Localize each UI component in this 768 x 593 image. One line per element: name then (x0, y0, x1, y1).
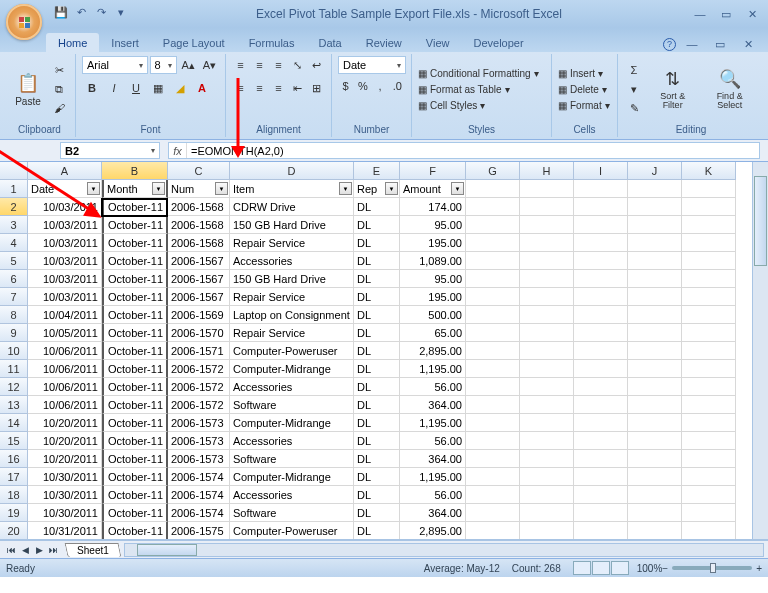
format-cells-button[interactable]: ▦ Format ▾ (558, 100, 610, 111)
scrollbar-thumb[interactable] (754, 176, 767, 266)
row-header[interactable]: 12 (0, 378, 28, 396)
decrease-font-button[interactable]: A▾ (200, 56, 219, 74)
cell[interactable]: 10/03/2011 (28, 270, 102, 288)
cell[interactable]: DL (354, 396, 400, 414)
filter-dropdown-icon[interactable]: ▼ (451, 182, 464, 195)
cell[interactable] (466, 396, 520, 414)
delete-cells-button[interactable]: ▦ Delete ▾ (558, 84, 607, 95)
cell[interactable]: DL (354, 342, 400, 360)
cell[interactable]: 2006-1568 (168, 216, 230, 234)
cell[interactable] (682, 342, 736, 360)
row-header[interactable]: 8 (0, 306, 28, 324)
help-icon[interactable]: ? (663, 38, 676, 51)
cell[interactable]: October-11 (102, 522, 168, 540)
cell[interactable] (520, 198, 574, 216)
cell[interactable]: 174.00 (400, 198, 466, 216)
cell[interactable] (520, 360, 574, 378)
cell[interactable] (628, 324, 682, 342)
cell[interactable]: October-11 (102, 360, 168, 378)
cell[interactable] (574, 378, 628, 396)
cell[interactable] (520, 270, 574, 288)
cell[interactable] (628, 216, 682, 234)
conditional-formatting-button[interactable]: ▦ Conditional Formatting ▾ (418, 68, 539, 79)
cell[interactable]: 10/20/2011 (28, 414, 102, 432)
workbook-close-button[interactable]: ✕ (736, 36, 760, 52)
vertical-scrollbar[interactable] (752, 162, 768, 539)
column-header[interactable]: H (520, 162, 574, 180)
cell[interactable] (466, 360, 520, 378)
close-button[interactable]: ✕ (740, 6, 764, 22)
comma-button[interactable]: , (373, 77, 388, 95)
cell[interactable]: 2,895.00 (400, 342, 466, 360)
bold-button[interactable]: B (82, 79, 102, 97)
column-header[interactable]: D (230, 162, 354, 180)
cell[interactable]: 1,195.00 (400, 468, 466, 486)
font-name-combo[interactable]: Arial▾ (82, 56, 148, 74)
row-header[interactable]: 19 (0, 504, 28, 522)
tab-view[interactable]: View (414, 33, 462, 52)
cell[interactable]: October-11 (102, 468, 168, 486)
sheet-nav-next[interactable]: ▶ (32, 545, 46, 555)
cell[interactable]: DL (354, 468, 400, 486)
align-middle-button[interactable]: ≡ (251, 56, 268, 74)
cell[interactable]: 364.00 (400, 504, 466, 522)
qat-redo-icon[interactable]: ↷ (92, 3, 110, 21)
cell[interactable] (628, 396, 682, 414)
cell[interactable] (682, 252, 736, 270)
cell[interactable]: Repair Service (230, 234, 354, 252)
cell[interactable]: Repair Service (230, 324, 354, 342)
tab-page-layout[interactable]: Page Layout (151, 33, 237, 52)
cell[interactable]: 2006-1567 (168, 252, 230, 270)
column-header-cell[interactable]: Rep▼ (354, 180, 400, 198)
zoom-slider-thumb[interactable] (710, 563, 716, 573)
tab-developer[interactable]: Developer (461, 33, 535, 52)
sheet-nav-prev[interactable]: ◀ (18, 545, 32, 555)
cell[interactable] (628, 522, 682, 540)
cell[interactable]: 2006-1571 (168, 342, 230, 360)
cell[interactable]: October-11 (102, 270, 168, 288)
row-header[interactable]: 15 (0, 432, 28, 450)
workbook-minimize-button[interactable]: — (680, 36, 704, 52)
cell[interactable]: October-11 (102, 234, 168, 252)
office-button[interactable] (6, 4, 42, 40)
filter-dropdown-icon[interactable]: ▼ (152, 182, 165, 195)
cell[interactable]: 2,895.00 (400, 522, 466, 540)
cell[interactable] (574, 198, 628, 216)
cell[interactable] (520, 288, 574, 306)
filter-dropdown-icon[interactable]: ▼ (385, 182, 398, 195)
cell[interactable] (574, 486, 628, 504)
cell[interactable]: Software (230, 450, 354, 468)
cell[interactable] (466, 414, 520, 432)
cell[interactable]: DL (354, 450, 400, 468)
cell[interactable]: 10/05/2011 (28, 324, 102, 342)
sheet-tab-active[interactable]: Sheet1 (65, 543, 122, 557)
cell[interactable]: Accessories (230, 432, 354, 450)
cell[interactable] (466, 432, 520, 450)
decrease-indent-button[interactable]: ⇤ (289, 79, 306, 97)
minimize-button[interactable]: — (688, 6, 712, 22)
column-header[interactable]: F (400, 162, 466, 180)
align-right-button[interactable]: ≡ (270, 79, 287, 97)
horizontal-scrollbar[interactable] (124, 543, 764, 557)
format-painter-button[interactable]: 🖌 (49, 99, 69, 117)
row-header[interactable]: 10 (0, 342, 28, 360)
cell[interactable] (574, 522, 628, 540)
cell[interactable] (628, 450, 682, 468)
font-color-button[interactable]: A (192, 79, 212, 97)
cell[interactable] (682, 450, 736, 468)
cell[interactable]: DL (354, 504, 400, 522)
cell[interactable] (682, 468, 736, 486)
row-header[interactable]: 11 (0, 360, 28, 378)
cell[interactable]: DL (354, 414, 400, 432)
cell[interactable] (574, 288, 628, 306)
workbook-restore-button[interactable]: ▭ (708, 36, 732, 52)
cell[interactable]: DL (354, 378, 400, 396)
cell[interactable]: October-11 (102, 324, 168, 342)
cell[interactable] (466, 234, 520, 252)
cell[interactable] (628, 180, 682, 198)
cell[interactable] (466, 504, 520, 522)
cell[interactable]: DL (354, 324, 400, 342)
cell-styles-button[interactable]: ▦ Cell Styles ▾ (418, 100, 485, 111)
cell[interactable]: 2006-1572 (168, 396, 230, 414)
cell[interactable]: 2006-1568 (168, 234, 230, 252)
